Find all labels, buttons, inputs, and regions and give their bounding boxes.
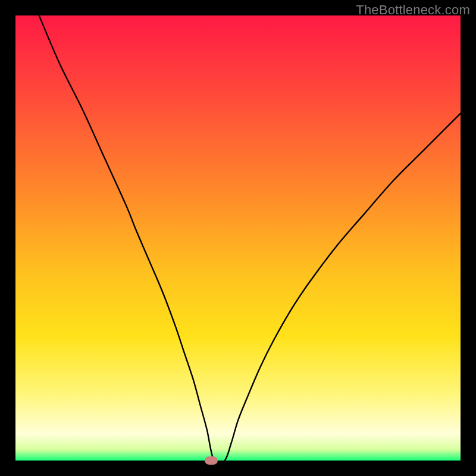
optimum-marker — [205, 456, 218, 465]
chart-stage: TheBottleneck.com — [0, 0, 476, 476]
watermark-text: TheBottleneck.com — [356, 2, 470, 18]
plot-area — [15, 15, 461, 461]
bottleneck-curve — [15, 15, 461, 461]
